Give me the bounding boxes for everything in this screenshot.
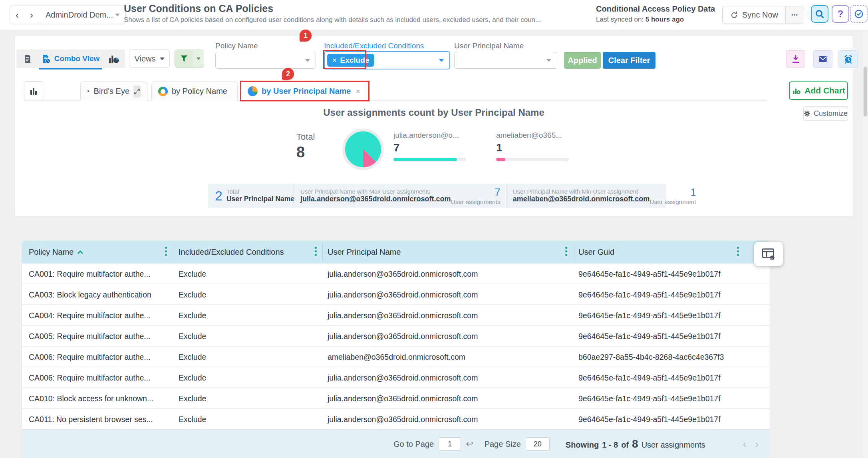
filter-funnel-section[interactable] xyxy=(175,50,193,67)
sort-ascending-icon[interactable] xyxy=(77,250,83,256)
table-row[interactable]: CA005: Require multifactor authe... Excl… xyxy=(22,326,770,347)
forward-chevron-icon[interactable]: › xyxy=(24,10,39,21)
bar-pie-chart-icon xyxy=(108,54,119,64)
table-row[interactable]: CA006: Require multifactor authe... Excl… xyxy=(22,367,770,388)
tab-by-policy-name[interactable]: by Policy Name xyxy=(151,81,238,101)
combo-view-icon xyxy=(41,54,51,64)
chart-view-button[interactable] xyxy=(102,50,125,68)
stat-total-caption: Total xyxy=(226,188,294,195)
tab-close-icon[interactable]: × xyxy=(356,87,360,96)
sync-now-button[interactable]: Sync Now xyxy=(723,6,785,24)
export-download-button[interactable] xyxy=(786,50,805,68)
bar-chart-icon xyxy=(29,86,38,96)
series-label: ameliaben@o365... xyxy=(496,131,569,140)
help-button[interactable]: ? xyxy=(832,5,849,23)
table-row[interactable]: CA003: Block legacy authentication Exclu… xyxy=(22,284,770,305)
alert-button[interactable] xyxy=(838,50,858,68)
page-scrollbar-thumb[interactable] xyxy=(864,67,867,117)
table-row[interactable]: CA001: Require multifactor authe... Excl… xyxy=(22,264,770,284)
column-label: Policy Name xyxy=(29,248,73,257)
back-chevron-icon[interactable]: ‹ xyxy=(10,10,24,21)
combo-view-button[interactable]: Combo View xyxy=(39,50,102,68)
table-row[interactable]: CA004: Require multifactor authe... Excl… xyxy=(22,305,770,326)
stat-max-link[interactable]: julia.anderson@o365droid.onmicrosoft.com xyxy=(300,195,451,203)
stat-min-link[interactable]: ameliaben@o365droid.onmicrosoft.com xyxy=(513,195,650,203)
cell-user-guid: 9e64645e-fa1c-4949-a5f1-445e9e1b017f xyxy=(578,305,762,326)
email-schedule-button[interactable] xyxy=(813,50,832,68)
policy-name-filter-select[interactable] xyxy=(215,52,316,69)
series-bar-track xyxy=(393,158,466,161)
column-menu-icon[interactable] xyxy=(165,247,167,256)
page-title-block: User Conditions on CA Policies Shows a l… xyxy=(124,3,541,24)
tab-label: by User Principal Name xyxy=(262,87,351,96)
goto-page-input[interactable] xyxy=(439,437,461,451)
series-bar-track xyxy=(496,158,569,161)
cell-condition: Exclude xyxy=(179,326,314,347)
column-header-included-excluded[interactable]: Included/Excluded Conditions xyxy=(179,241,284,264)
stat-total-value: 2 xyxy=(215,188,222,204)
cell-policy-name: CA006: Require multifactor authe... xyxy=(29,347,173,367)
tab-birds-eye[interactable]: Bird's Eye xyxy=(80,81,147,101)
add-chart-button[interactable]: Add Chart xyxy=(789,81,848,100)
chevron-down-icon xyxy=(115,14,120,16)
sync-more-button[interactable]: ••• xyxy=(785,6,804,24)
datasource-title: Conditional Access Policy Data xyxy=(596,4,715,14)
total-value: 8 xyxy=(296,144,315,161)
pagination-arrows: ‹ › xyxy=(743,430,759,458)
cell-policy-name: CA005: Require multifactor authe... xyxy=(29,326,173,347)
column-divider[interactable] xyxy=(174,243,174,261)
chevron-down-icon xyxy=(546,59,551,62)
datasource-meta: Conditional Access Policy Data Last sync… xyxy=(596,4,715,24)
page-scrollbar-track[interactable] xyxy=(863,31,868,458)
column-header-upn[interactable]: User Principal Name xyxy=(328,241,401,264)
tab-label: Bird's Eye xyxy=(94,87,129,96)
page-size-input[interactable] xyxy=(526,437,550,451)
showing-of: of xyxy=(621,440,629,450)
included-excluded-filter-select[interactable]: × Exclude xyxy=(324,51,450,69)
workspace-name[interactable]: AdminDroid Dem... xyxy=(39,10,115,20)
filter-button[interactable] xyxy=(175,50,204,68)
chip-remove-icon[interactable]: × xyxy=(332,56,337,65)
cell-upn: julia.anderson@o365droid.onmicrosoft.com xyxy=(328,409,567,430)
search-button[interactable] xyxy=(811,5,828,23)
views-dropdown[interactable]: Views xyxy=(129,50,170,68)
stat-max-caption: User Principal Name with Max User assign… xyxy=(300,188,451,195)
column-divider[interactable] xyxy=(322,243,323,261)
stat-total-label: User Principal Name xyxy=(226,195,294,203)
total-label: Total xyxy=(296,132,315,142)
clear-filter-button[interactable]: Clear Filter xyxy=(603,52,655,69)
chart-panel-toggle-button[interactable] xyxy=(24,81,43,101)
table-row[interactable]: CA011: No persistent browser ses... Excl… xyxy=(22,409,770,430)
exclude-filter-chip[interactable]: × Exclude xyxy=(327,54,374,67)
pie-chart[interactable] xyxy=(342,129,384,170)
filter-dropdown-section[interactable] xyxy=(193,50,204,67)
next-page-icon[interactable]: › xyxy=(755,438,759,450)
cell-user-guid: 9e64645e-fa1c-4949-a5f1-445e9e1b017f xyxy=(578,284,762,305)
expand-button[interactable] xyxy=(133,85,141,97)
table-view-button[interactable] xyxy=(16,50,39,68)
stat-max: User Principal Name with Max User assign… xyxy=(294,184,506,208)
column-menu-icon[interactable] xyxy=(315,247,317,256)
column-label: Included/Excluded Conditions xyxy=(179,248,284,257)
column-menu-icon[interactable] xyxy=(565,247,567,256)
task-status-button[interactable] xyxy=(850,5,868,23)
table-row[interactable]: CA006: Require multifactor authe... Excl… xyxy=(22,347,770,367)
column-header-user-guid[interactable]: User Guid xyxy=(578,241,614,264)
workspace-switcher[interactable]: ‹ › AdminDroid Dem... xyxy=(10,6,126,24)
table-row[interactable]: CA010: Block access for unknown... Exclu… xyxy=(22,388,770,409)
cell-user-guid: 9e64645e-fa1c-4949-a5f1-445e9e1b017f xyxy=(578,326,762,347)
series-amelia-block: ameliaben@o365... 1 xyxy=(496,131,569,161)
table-header-row: Policy Name Included/Excluded Conditions… xyxy=(22,241,770,264)
applied-button[interactable]: Applied xyxy=(564,52,601,69)
sync-group: Sync Now ••• xyxy=(722,6,804,24)
column-divider[interactable] xyxy=(574,243,574,261)
previous-page-icon[interactable]: ‹ xyxy=(743,438,747,450)
column-settings-button[interactable] xyxy=(754,242,783,266)
column-header-policy-name[interactable]: Policy Name xyxy=(29,241,82,264)
column-menu-icon[interactable] xyxy=(737,247,739,256)
page-size-label: Page Size xyxy=(485,440,521,449)
upn-filter-select[interactable] xyxy=(454,52,557,69)
tab-by-user-principal-name[interactable]: by User Principal Name × xyxy=(241,81,369,101)
last-synced-value: 5 hours ago xyxy=(646,16,684,23)
cell-policy-name: CA010: Block access for unknown... xyxy=(29,388,173,409)
